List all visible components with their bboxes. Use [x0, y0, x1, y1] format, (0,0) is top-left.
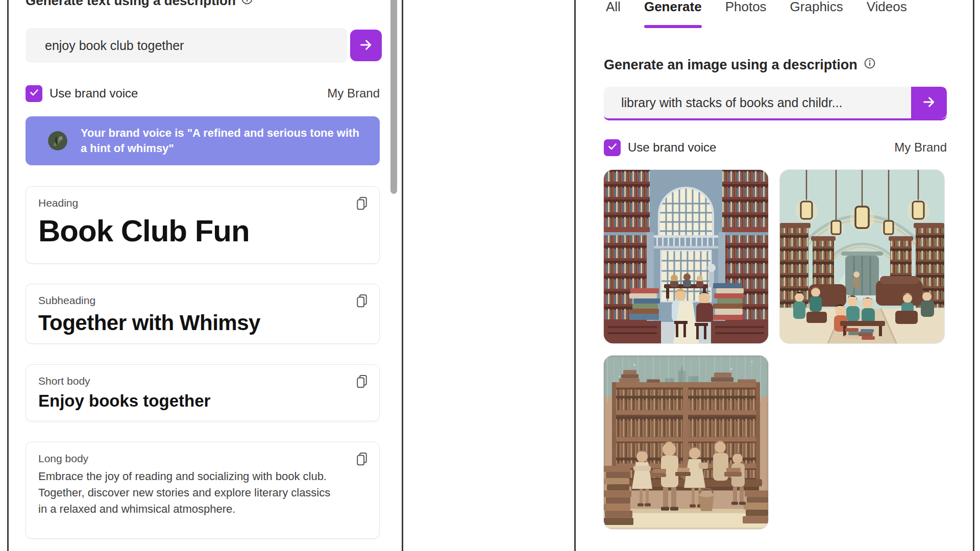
text-prompt-input[interactable]: enjoy book club together [26, 28, 347, 63]
use-brand-voice-checkbox[interactable] [604, 139, 621, 156]
generated-images-grid [604, 170, 947, 529]
scrollbar-thumb[interactable] [390, 0, 397, 194]
checkmark-icon [607, 141, 618, 154]
image-prompt-value: library with stacks of books and childr.… [621, 95, 843, 110]
image-prompt-control: library with stacks of books and childr.… [604, 87, 947, 120]
image-panel-title-label: Generate an image using a description [604, 57, 857, 73]
use-brand-voice-checkbox[interactable] [26, 85, 42, 102]
active-tab-underline [644, 25, 702, 28]
tab-all[interactable]: All [606, 0, 621, 28]
media-tabs: All Generate Photos Graphics Videos [606, 0, 907, 28]
text-panel-title: Generate text using a description [26, 0, 253, 9]
card-label: Short body [38, 375, 367, 387]
image-prompt-input[interactable]: library with stacks of books and childr.… [604, 87, 911, 118]
card-label: Heading [38, 197, 367, 209]
brand-voice-banner-text: Your brand voice is "A refined and serio… [81, 126, 366, 156]
copy-icon[interactable] [354, 450, 370, 467]
info-icon[interactable] [241, 0, 253, 9]
arrow-right-icon [921, 94, 937, 111]
tab-generate[interactable]: Generate [644, 0, 702, 28]
result-card-long-body: Long body Embrace the joy of reading and… [26, 442, 380, 539]
arrow-right-icon [358, 37, 374, 54]
brand-voice-row: Use brand voice My Brand [604, 139, 947, 156]
generated-image-1[interactable] [604, 170, 768, 343]
copy-icon[interactable] [354, 292, 370, 309]
image-generation-panel: All Generate Photos Graphics Videos Gene… [574, 0, 974, 551]
copy-icon[interactable] [354, 195, 370, 211]
brand-avatar [48, 131, 67, 151]
result-card-subheading: Subheading Together with Whimsy [26, 284, 380, 344]
info-icon[interactable] [864, 57, 876, 73]
brand-name-link[interactable]: My Brand [894, 140, 947, 155]
result-card-short-body: Short body Enjoy books together [26, 364, 380, 421]
generated-heading-text: Book Club Fun [38, 213, 367, 248]
text-panel-title-label: Generate text using a description [26, 0, 236, 9]
generated-image-3[interactable] [604, 356, 768, 529]
brand-voice-row: Use brand voice My Brand [26, 85, 380, 102]
card-label: Subheading [38, 294, 367, 307]
checkmark-icon [29, 87, 40, 100]
generated-subheading-text: Together with Whimsy [38, 311, 367, 335]
generate-image-button[interactable] [911, 87, 947, 118]
copy-icon[interactable] [354, 373, 370, 389]
text-generation-panel: Generate text using a description enjoy … [7, 0, 403, 551]
tab-photos[interactable]: Photos [725, 0, 767, 28]
brand-name-link[interactable]: My Brand [327, 86, 380, 101]
generated-image-2[interactable] [780, 170, 944, 343]
tab-videos[interactable]: Videos [867, 0, 907, 28]
generated-long-body-text: Embrace the joy of reading and socializi… [38, 468, 334, 517]
tab-generate-label: Generate [644, 0, 702, 14]
use-brand-voice-label: Use brand voice [50, 86, 138, 101]
text-prompt-value: enjoy book club together [45, 38, 184, 53]
card-label: Long body [38, 453, 367, 465]
use-brand-voice-label: Use brand voice [628, 140, 716, 155]
image-panel-title: Generate an image using a description [604, 57, 876, 73]
generate-text-button[interactable] [350, 30, 382, 61]
tab-graphics[interactable]: Graphics [790, 0, 843, 28]
brand-voice-banner: Your brand voice is "A refined and serio… [26, 116, 380, 165]
generated-short-body-text: Enjoy books together [38, 391, 367, 411]
result-card-heading: Heading Book Club Fun [26, 186, 380, 264]
